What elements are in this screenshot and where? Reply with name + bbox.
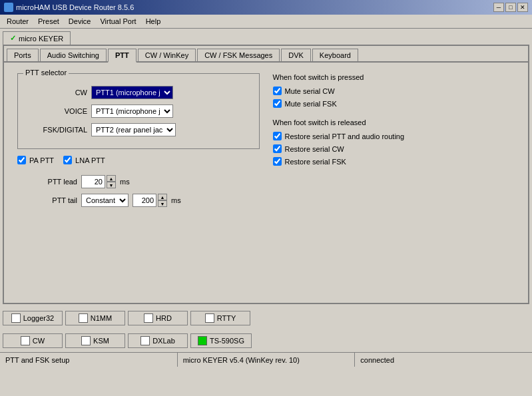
restore-fsk-row: Restore serial FSK: [273, 157, 515, 166]
menu-router[interactable]: Router: [3, 16, 33, 27]
ptt-lead-spin-down[interactable]: ▼: [107, 182, 116, 188]
menu-virtual-port[interactable]: Virtual Port: [96, 16, 140, 27]
tab-keyboard[interactable]: Keyboard: [312, 49, 358, 61]
maximize-button[interactable]: □: [505, 3, 516, 12]
ptt-tail-spinbox: 200 ▲ ▼: [133, 194, 167, 207]
app-icon: [4, 3, 13, 12]
n1mm-button[interactable]: N1MM: [65, 311, 125, 325]
dxlab-button[interactable]: DXLab: [128, 333, 188, 348]
ksm-icon: [81, 336, 91, 345]
dxlab-icon: [140, 336, 150, 345]
title-bar: microHAM USB Device Router 8.5.6 ─ □ ✕: [0, 0, 532, 15]
menu-device[interactable]: Device: [65, 16, 95, 27]
window-controls: ─ □ ✕: [493, 3, 528, 12]
tab-dvk[interactable]: DVK: [281, 49, 311, 61]
ptt-lead-input[interactable]: 20: [81, 175, 105, 188]
status-right-text: connected: [360, 356, 394, 364]
cw-label: CW: [33, 337, 45, 345]
ptt-tail-spin-down[interactable]: ▼: [158, 200, 167, 207]
ts590sg-button[interactable]: TS-590SG: [190, 333, 252, 348]
rtty-button[interactable]: RTTY: [190, 311, 250, 325]
mute-cw-label: Mute serial CW: [285, 87, 335, 95]
tab-cw-fsk[interactable]: CW / FSK Messages: [197, 49, 280, 61]
ksm-button[interactable]: KSM: [65, 333, 125, 348]
cw-button[interactable]: CW: [3, 333, 63, 348]
cw-icon: [21, 336, 30, 345]
ptt-cw-row: CW PTT1 (microphone j: [27, 86, 250, 99]
mute-cw-checkbox[interactable]: [273, 87, 282, 95]
ptt-tail-input[interactable]: 200: [133, 194, 156, 207]
ptt-lead-unit: ms: [120, 178, 130, 186]
pa-ptt-row: PA PTT: [17, 156, 54, 164]
ptt-fsk-select[interactable]: PTT2 (rear panel jac: [91, 123, 176, 136]
restore-fsk-checkbox[interactable]: [273, 157, 282, 166]
device-tab-micro-keyer[interactable]: ✓ micro KEYER: [3, 31, 71, 45]
menu-help[interactable]: Help: [142, 16, 165, 27]
ksm-label: KSM: [93, 337, 109, 345]
close-button[interactable]: ✕: [517, 3, 528, 12]
ptt-lead-spin-buttons: ▲ ▼: [107, 175, 116, 188]
foot-pressed-title: When foot switch is pressed: [273, 73, 515, 81]
tab-ports[interactable]: Ports: [7, 49, 39, 61]
mute-cw-row: Mute serial CW: [273, 87, 515, 95]
foot-pressed-group: When foot switch is pressed Mute serial …: [273, 73, 515, 108]
logger32-button[interactable]: Logger32: [3, 311, 63, 325]
ts590sg-label: TS-590SG: [210, 337, 244, 345]
ptt-tail-mode-select[interactable]: Constant Linear Off: [81, 194, 129, 207]
ptt-tail-row: PTT tail Constant Linear Off 200 ▲ ▼ ms: [17, 194, 260, 207]
mute-fsk-checkbox[interactable]: [273, 99, 282, 108]
bottom-buttons-row2: CW KSM DXLab TS-590SG: [0, 329, 532, 352]
tab-content-ptt: PTT selector CW PTT1 (microphone j VOICE…: [4, 63, 528, 223]
tab-ptt[interactable]: PTT: [108, 49, 136, 63]
logger32-label: Logger32: [23, 314, 55, 322]
foot-released-title: When foot switch is released: [273, 118, 515, 126]
main-panel: Ports Audio Switching PTT CW / WinKey CW…: [3, 45, 529, 304]
device-tab-label: micro KEYER: [19, 35, 63, 43]
ptt-voice-select[interactable]: PTT1 (microphone j: [91, 104, 173, 118]
restore-fsk-label: Restore serial FSK: [285, 158, 346, 166]
n1mm-label: N1MM: [91, 314, 112, 322]
status-center: micro KEYER v5.4 (WinKey rev. 10): [178, 353, 356, 367]
ptt-tail-spin-buttons: ▲ ▼: [158, 194, 167, 207]
rtty-label: RTTY: [217, 314, 236, 322]
hrd-label: HRD: [156, 314, 172, 322]
hrd-button[interactable]: HRD: [128, 311, 188, 325]
ptt-voice-label: VOICE: [27, 107, 87, 115]
device-tab-check: ✓: [10, 34, 16, 43]
ptt-fsk-row: FSK/DIGITAL PTT2 (rear panel jac: [27, 123, 250, 136]
ptt-lead-row: PTT lead 20 ▲ ▼ ms: [17, 175, 260, 188]
restore-ptt-row: Restore serial PTT and audio routing: [273, 132, 515, 140]
status-left: PTT and FSK setup: [0, 353, 178, 367]
restore-ptt-checkbox[interactable]: [273, 132, 282, 140]
ptt-lead-label: PTT lead: [17, 178, 77, 186]
pa-ptt-checkbox[interactable]: [17, 156, 26, 164]
minimize-button[interactable]: ─: [493, 3, 504, 12]
ptt-lead-spin-up[interactable]: ▲: [107, 175, 116, 182]
ptt-tail-spin-up[interactable]: ▲: [158, 194, 167, 200]
menu-bar: Router Preset Device Virtual Port Help: [0, 15, 532, 29]
logger32-icon: [11, 313, 21, 323]
rtty-icon: [205, 313, 214, 323]
ptt-cw-label: CW: [27, 89, 87, 97]
status-bar: PTT and FSK setup micro KEYER v5.4 (WinK…: [0, 352, 532, 367]
ts590sg-icon: [198, 336, 207, 345]
pa-lna-row: PA PTT LNA PTT: [17, 156, 260, 168]
hrd-icon: [144, 313, 153, 323]
bottom-buttons-row1: Logger32 N1MM HRD RTTY: [0, 307, 532, 329]
mute-fsk-row: Mute serial FSK: [273, 99, 515, 108]
tab-cw-winkey[interactable]: CW / WinKey: [138, 49, 196, 61]
ptt-right-column: When foot switch is pressed Mute serial …: [273, 73, 515, 212]
restore-cw-checkbox[interactable]: [273, 144, 282, 153]
ptt-voice-row: VOICE PTT1 (microphone j: [27, 104, 250, 118]
ptt-fsk-label: FSK/DIGITAL: [27, 126, 87, 134]
tab-audio-switching[interactable]: Audio Switching: [40, 49, 107, 61]
restore-ptt-label: Restore serial PTT and audio routing: [285, 132, 405, 140]
foot-released-group: When foot switch is released Restore ser…: [273, 118, 515, 166]
ptt-selector-legend: PTT selector: [23, 69, 69, 77]
device-tab-row: ✓ micro KEYER: [0, 29, 532, 45]
ptt-selector-group: PTT selector CW PTT1 (microphone j VOICE…: [17, 73, 260, 149]
lna-ptt-checkbox[interactable]: [63, 156, 72, 164]
menu-preset[interactable]: Preset: [34, 16, 63, 27]
restore-cw-row: Restore serial CW: [273, 144, 515, 153]
ptt-cw-select[interactable]: PTT1 (microphone j: [91, 86, 173, 99]
